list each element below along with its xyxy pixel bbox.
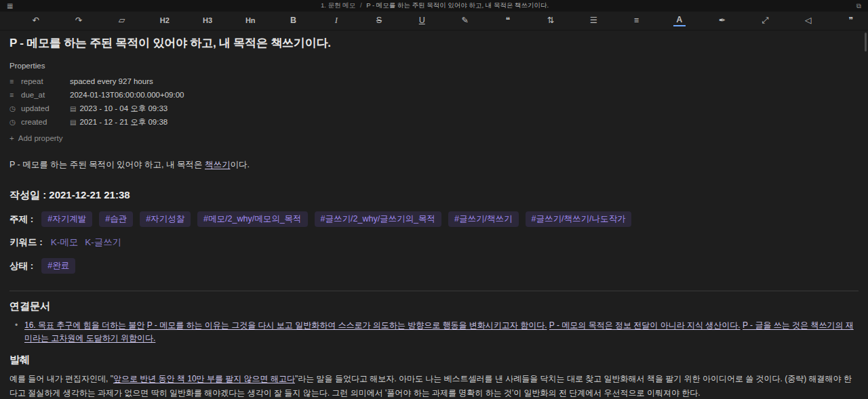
intro-link[interactable]: 책쓰기 (205, 160, 231, 169)
property-key: created (21, 118, 68, 126)
excerpt-heading: 발췌 (9, 354, 859, 366)
note-content: P - 메모를 하는 주된 목적이 있어야 하고, 내 목적은 책쓰기이다. P… (0, 30, 868, 399)
intro-text: P - 메모를 하는 주된 목적이 있어야 하고, 내 목적은 (9, 160, 205, 169)
status-row: 상태 : #완료 (9, 258, 859, 274)
formatting-toolbar: ↶ ↷ ▱ H2 H3 Hn B I S U ✎ ❝ ⇅ ☰ ≡ A ✒ ⤢ ◁… (0, 12, 868, 30)
quote-icon[interactable]: ❝ (502, 14, 514, 28)
keyword-row: 키워드 : K-메모 K-글쓰기 (9, 236, 859, 249)
property-value[interactable]: ▤ 2021 - 12 - 21 오후 09:38 (70, 117, 167, 127)
connected-doc-link[interactable]: P - 메모의 목적은 정보 전달이 아니라 지식 생산이다. (549, 320, 741, 330)
keyword-label: 키워드 : (9, 236, 43, 249)
keyword-link[interactable]: K-글쓰기 (85, 236, 121, 249)
speaker-icon[interactable]: ◁ (802, 14, 814, 28)
property-key: repeat (21, 77, 68, 85)
heading3-icon[interactable]: H3 (201, 14, 214, 28)
tag[interactable]: #글쓰기/2_why/글쓰기의_목적 (315, 211, 441, 227)
topic-row: 주제 : #자기계발 #습관 #자기성찰 #메모/2_why/메모의_목적 #글… (9, 211, 859, 227)
intro-paragraph: P - 메모를 하는 주된 목적이 있어야 하고, 내 목적은 책쓰기이다. (9, 159, 859, 171)
tag[interactable]: #습관 (99, 211, 133, 227)
excerpt-text: 예를 들어 내가 편집자인데, " (9, 374, 113, 383)
calendar-icon: ▤ (70, 105, 76, 112)
plus-icon: + (9, 134, 14, 142)
bold-icon[interactable]: B (288, 14, 300, 28)
add-property-button[interactable]: + Add property (9, 134, 859, 142)
topbar: ▦ 1. 문헌 메모 / P - 메모를 하는 주된 목적이 있어야 하고, 내… (0, 0, 868, 12)
status-label: 상태 : (9, 260, 33, 272)
bullet-list-icon[interactable]: ☰ (587, 14, 599, 28)
eraser-icon[interactable]: ▱ (116, 14, 128, 28)
undo-icon[interactable]: ↶ (30, 14, 42, 28)
property-date-text: 2023 - 10 - 04 오후 09:33 (79, 104, 167, 114)
fullscreen-icon[interactable]: ⤢ (759, 14, 771, 28)
list-item: 16. 목표 추구에 힘을 더하는 불안 P - 메모를 하는 이유는 그것을 … (9, 319, 859, 345)
menu-icon[interactable]: ▦ (7, 2, 13, 9)
excerpt-paragraph: 예를 들어 내가 편집자인데, "앞으로 반년 동안 책 10만 부를 팔지 않… (9, 372, 859, 399)
property-row-updated[interactable]: ◷ updated ▤ 2023 - 10 - 04 오후 09:33 (9, 102, 859, 115)
list-icon: ≡ (9, 77, 21, 85)
tag[interactable]: #자기계발 (41, 211, 92, 227)
line-spacing-icon[interactable]: ⇅ (545, 14, 557, 28)
tag[interactable]: #글쓰기/책쓰기/나도작가 (526, 211, 632, 227)
properties-list: ≡ repeat spaced every 927 hours ≡ due_at… (9, 75, 859, 129)
tag[interactable]: #자기성찰 (140, 211, 191, 227)
strikethrough-icon[interactable]: S (373, 14, 385, 28)
scrollbar[interactable] (865, 33, 867, 51)
ink-icon[interactable]: ✒ (716, 14, 728, 28)
connected-doc-link[interactable]: P - 메모를 하는 이유는 그것을 다시 보고 일반화하여 스스로가 의도하는… (147, 320, 547, 330)
add-property-label: Add property (18, 134, 63, 142)
clock-icon: ◷ (9, 118, 21, 126)
property-value[interactable]: ▤ 2023 - 10 - 04 오후 09:33 (70, 104, 167, 114)
underline-icon[interactable]: U (416, 14, 428, 28)
keyword-link[interactable]: K-메모 (51, 236, 79, 249)
highlighter-icon[interactable]: ✎ (459, 14, 471, 28)
connected-docs-list: 16. 목표 추구에 힘을 더하는 불안 P - 메모를 하는 이유는 그것을 … (9, 319, 859, 345)
align-icon[interactable]: ≡ (631, 14, 643, 28)
list-icon: ≡ (9, 91, 21, 99)
status-tag[interactable]: #완료 (41, 258, 75, 274)
breadcrumb-separator: / (360, 1, 362, 9)
excerpt-quote-link[interactable]: 앞으로 반년 동안 책 10만 부를 팔지 않으면 해고다 (113, 374, 295, 383)
created-date-value: 2021-12-21 21:38 (49, 189, 130, 201)
connected-doc-link[interactable]: 16. 목표 추구에 힘을 더하는 불안 (24, 320, 144, 330)
property-row-repeat[interactable]: ≡ repeat spaced every 927 hours (9, 75, 859, 88)
property-row-due-at[interactable]: ≡ due_at 2024-01-13T06:00:00.000+09:00 (9, 88, 859, 102)
heading2-icon[interactable]: H2 (159, 14, 171, 28)
property-value[interactable]: spaced every 927 hours (70, 77, 153, 85)
properties-heading[interactable]: Properties (9, 62, 859, 70)
tag[interactable]: #글쓰기/책쓰기 (448, 211, 518, 227)
note-title: P - 메모를 하는 주된 목적이 있어야 하고, 내 목적은 책쓰기이다. (9, 30, 859, 51)
connected-docs-heading: 연결문서 (9, 300, 859, 313)
property-row-created[interactable]: ◷ created ▤ 2021 - 12 - 21 오후 09:38 (9, 115, 859, 129)
created-date-heading: 작성일 : 2021-12-21 21:38 (9, 189, 859, 202)
window-toggle-icon[interactable]: ⧉ (856, 2, 861, 10)
calendar-icon: ▤ (70, 119, 76, 126)
redo-icon[interactable]: ↷ (73, 14, 85, 28)
breadcrumb-path[interactable]: 1. 문헌 메모 (321, 1, 355, 9)
created-date-label: 작성일 : (9, 189, 46, 201)
breadcrumb: 1. 문헌 메모 / P - 메모를 하는 주된 목적이 있어야 하고, 내 목… (13, 1, 856, 10)
topic-label: 주제 : (9, 213, 33, 226)
property-key: due_at (21, 91, 68, 99)
divider (9, 291, 859, 291)
italic-icon[interactable]: I (330, 14, 342, 28)
clock-icon: ◷ (9, 104, 21, 112)
text-color-icon[interactable]: A (673, 16, 686, 26)
headingn-icon[interactable]: Hn (244, 14, 256, 28)
properties-panel: Properties ≡ repeat spaced every 927 hou… (9, 62, 859, 142)
blockquote-icon[interactable]: ❞ (845, 14, 857, 28)
property-value[interactable]: 2024-01-13T06:00:00.000+09:00 (70, 91, 184, 99)
tag[interactable]: #메모/2_why/메모의_목적 (197, 211, 307, 227)
property-key: updated (21, 104, 68, 112)
property-date-text: 2021 - 12 - 21 오후 09:38 (79, 117, 167, 127)
breadcrumb-current: P - 메모를 하는 주된 목적이 있어야 하고, 내 목적은 책쓰기이다. (366, 1, 549, 9)
intro-text-end: 이다. (230, 160, 249, 169)
